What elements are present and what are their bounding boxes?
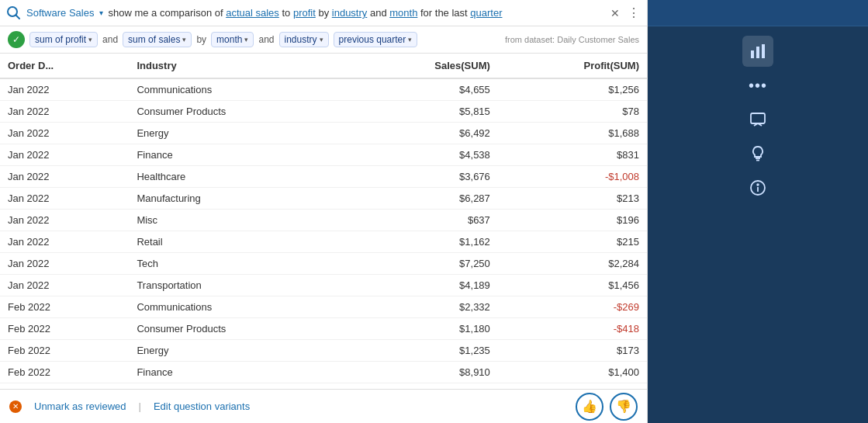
app-name[interactable]: Software Sales [26, 7, 94, 19]
table-cell: Jan 2022 [0, 253, 129, 275]
table-cell: $1,162 [349, 231, 498, 253]
confirm-icon[interactable]: ✓ [8, 31, 25, 48]
table-cell: Feb 2022 [0, 296, 129, 318]
table-cell: -$418 [498, 318, 647, 340]
table-row: Feb 2022Finance$8,910$1,400 [0, 362, 647, 383]
data-table-container: Order D... Industry Sales(SUM) Profit(SU… [0, 54, 647, 389]
table-cell: Jan 2022 [0, 188, 129, 210]
table-cell: Jan 2022 [0, 101, 129, 123]
month-filter-chip[interactable]: month ▾ [211, 32, 254, 47]
chevron-down-icon: ▾ [408, 36, 412, 43]
table-cell: Communications [129, 296, 348, 318]
right-panel-header [648, 0, 868, 26]
table-cell: Jan 2022 [0, 231, 129, 253]
table-cell: Feb 2022 [0, 362, 129, 383]
comment-button[interactable] [742, 104, 773, 135]
table-cell: $4,655 [349, 78, 498, 101]
info-button[interactable] [742, 172, 773, 203]
table-cell: Jan 2022 [0, 144, 129, 166]
table-cell: Consumer Products [129, 101, 348, 123]
table-cell: $4,189 [349, 275, 498, 296]
col-header-date[interactable]: Order D... [0, 54, 129, 78]
table-cell: Energy [129, 123, 348, 144]
col-header-industry[interactable]: Industry [129, 54, 348, 78]
svg-rect-2 [751, 50, 754, 58]
table-cell: Jan 2022 [0, 275, 129, 296]
table-cell: $5,815 [349, 101, 498, 123]
table-row: Jan 2022Communications$4,655$1,256 [0, 78, 647, 101]
table-cell: Misc [129, 210, 348, 231]
svg-line-1 [16, 15, 20, 19]
table-row: Jan 2022Finance$4,538$831 [0, 144, 647, 166]
thumbdown-button[interactable]: 👎 [610, 393, 638, 421]
results-table: Order D... Industry Sales(SUM) Profit(SU… [0, 54, 647, 383]
svg-rect-5 [751, 113, 765, 123]
thumbdown-icon: 👎 [616, 399, 631, 414]
table-cell: $196 [498, 210, 647, 231]
industry-filter-chip[interactable]: industry ▾ [279, 32, 329, 47]
table-cell: $78 [498, 101, 647, 123]
search-bar: Software Sales ▾ show me a comparison of… [0, 0, 647, 26]
table-row: Feb 2022Consumer Products$1,180-$418 [0, 318, 647, 340]
table-cell: Finance [129, 362, 348, 383]
main-panel: Software Sales ▾ show me a comparison of… [0, 0, 648, 423]
table-cell: Communications [129, 78, 348, 101]
table-cell: $8,910 [349, 362, 498, 383]
table-cell: $4,538 [349, 144, 498, 166]
bar-chart-button[interactable] [742, 36, 773, 67]
table-row: Jan 2022Transportation$4,189$1,456 [0, 275, 647, 296]
right-panel: ••• [648, 0, 868, 423]
more-options-button[interactable]: ••• [742, 70, 773, 101]
table-row: Feb 2022Energy$1,235$173 [0, 340, 647, 362]
table-row: Jan 2022Healthcare$3,676-$1,008 [0, 166, 647, 188]
bottom-bar: ✕ Unmark as reviewed | Edit question var… [0, 389, 647, 423]
thumbup-icon: 👍 [582, 399, 597, 414]
more-options-icon[interactable]: ⋮ [627, 6, 641, 20]
table-cell: $1,688 [498, 123, 647, 144]
table-row: Jan 2022Misc$637$196 [0, 210, 647, 231]
feedback-buttons: 👍 👎 [576, 393, 638, 421]
tools-panel: ••• [648, 26, 868, 423]
table-cell: Energy [129, 340, 348, 362]
chevron-down-icon: ▾ [320, 36, 323, 43]
app-name-dropdown[interactable]: ▾ [99, 9, 103, 17]
filter-bar: ✓ sum of profit ▾ and sum of sales ▾ by … [0, 26, 647, 54]
chevron-down-icon: ▾ [182, 36, 186, 43]
table-cell: $2,332 [349, 296, 498, 318]
table-cell: $6,492 [349, 123, 498, 144]
table-cell: $215 [498, 231, 647, 253]
table-row: Jan 2022Consumer Products$5,815$78 [0, 101, 647, 123]
unmark-button[interactable]: Unmark as reviewed [34, 400, 126, 412]
table-wrapper[interactable]: Order D... Industry Sales(SUM) Profit(SU… [0, 54, 647, 383]
svg-rect-4 [762, 44, 765, 58]
svg-rect-3 [756, 47, 759, 58]
table-cell: Retail [129, 231, 348, 253]
thumbup-button[interactable]: 👍 [576, 393, 603, 421]
table-cell: -$269 [498, 296, 647, 318]
table-cell: Transportation [129, 275, 348, 296]
table-cell: Consumer Products [129, 318, 348, 340]
table-cell: $213 [498, 188, 647, 210]
sales-filter-chip[interactable]: sum of sales ▾ [123, 32, 192, 47]
lightbulb-button[interactable] [742, 138, 773, 169]
previous-quarter-chip[interactable]: previous quarter ▾ [334, 32, 418, 47]
table-cell: $1,400 [498, 362, 647, 383]
table-cell: Jan 2022 [0, 166, 129, 188]
table-row: Jan 2022Energy$6,492$1,688 [0, 123, 647, 144]
table-cell: Feb 2022 [0, 340, 129, 362]
close-icon[interactable]: ✕ [608, 6, 622, 20]
profit-filter-chip[interactable]: sum of profit ▾ [29, 32, 98, 47]
chevron-down-icon: ▾ [244, 36, 248, 43]
table-cell: $1,256 [498, 78, 647, 101]
edit-variants-button[interactable]: Edit question variants [154, 400, 250, 412]
col-header-sales[interactable]: Sales(SUM) [349, 54, 498, 78]
table-cell: $7,250 [349, 253, 498, 275]
three-dots-icon: ••• [749, 77, 767, 95]
table-cell: $637 [349, 210, 498, 231]
col-header-profit[interactable]: Profit(SUM) [498, 54, 647, 78]
table-row: Jan 2022Retail$1,162$215 [0, 231, 647, 253]
table-cell: -$1,008 [498, 166, 647, 188]
filter-sep-2: by [196, 34, 206, 45]
filter-sep-1: and [102, 34, 118, 45]
table-cell: $173 [498, 340, 647, 362]
